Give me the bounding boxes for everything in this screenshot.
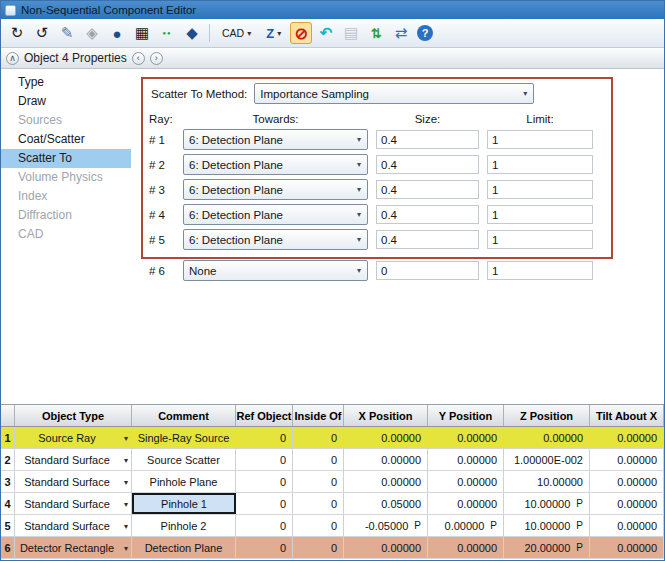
- ref-object-cell[interactable]: 0: [236, 493, 293, 514]
- grid-icon[interactable]: ▦: [131, 22, 153, 44]
- ref-object-cell[interactable]: 0: [236, 449, 293, 470]
- z-position-cell[interactable]: 10.00000P: [504, 515, 590, 536]
- tilt-about-x-cell[interactable]: 0.00000: [590, 537, 664, 558]
- comment-cell[interactable]: Source Scatter: [132, 449, 236, 470]
- limit-input-6[interactable]: [487, 261, 593, 280]
- towards-dropdown-5[interactable]: 6: Detection Plane▾: [183, 229, 368, 250]
- sidebar: TypeDrawSourcesCoat/ScatterScatter ToVol…: [1, 69, 131, 404]
- green-dots-icon[interactable]: ●●: [156, 22, 178, 44]
- sidebar-item-volume-physics[interactable]: Volume Physics: [1, 168, 131, 187]
- sidebar-item-index[interactable]: Index: [1, 187, 131, 206]
- towards-dropdown-4[interactable]: 6: Detection Plane▾: [183, 204, 368, 225]
- object-type-dropdown[interactable]: Standard Surface▾: [15, 493, 132, 514]
- swap-arrows-icon[interactable]: ⇄: [390, 22, 412, 44]
- sidebar-item-sources[interactable]: Sources: [1, 111, 131, 130]
- y-position-cell[interactable]: 0.00000: [428, 427, 504, 448]
- limit-input-3[interactable]: [487, 180, 593, 199]
- tilt-about-x-cell[interactable]: 0.00000: [590, 449, 664, 470]
- comment-cell[interactable]: Single-Ray Source: [132, 427, 236, 448]
- titlebar[interactable]: Non-Sequential Component Editor: [1, 1, 664, 19]
- ref-object-cell[interactable]: 0: [236, 471, 293, 492]
- next-object-button[interactable]: ›: [150, 52, 163, 65]
- size-input-5[interactable]: [376, 230, 479, 249]
- towards-dropdown-6[interactable]: None▾: [183, 260, 368, 281]
- comment-cell[interactable]: Detection Plane: [132, 537, 236, 558]
- cad-dropdown[interactable]: CAD ▾: [216, 22, 257, 44]
- tilt-about-x-cell[interactable]: 0.00000: [590, 427, 664, 448]
- help-icon[interactable]: ?: [417, 25, 433, 41]
- limit-input-4[interactable]: [487, 205, 593, 224]
- sphere-icon[interactable]: ●: [106, 22, 128, 44]
- y-position-cell[interactable]: 0.00000P: [428, 515, 504, 536]
- object-type-dropdown[interactable]: Source Ray▾: [15, 427, 132, 448]
- cell-value: 0.00000: [457, 542, 497, 554]
- inside-of-cell[interactable]: 0: [293, 471, 344, 492]
- size-input-6[interactable]: [376, 261, 479, 280]
- y-position-cell[interactable]: 0.00000: [428, 471, 504, 492]
- size-input-1[interactable]: [376, 130, 479, 149]
- size-input-2[interactable]: [376, 155, 479, 174]
- edit-pencil-icon[interactable]: ✎: [56, 22, 78, 44]
- object-type-dropdown[interactable]: Detector Rectangle▾: [15, 537, 132, 558]
- z-dropdown[interactable]: Z ▾: [260, 22, 287, 44]
- ref-object-cell[interactable]: 0: [236, 515, 293, 536]
- x-position-cell[interactable]: -0.05000P: [344, 515, 428, 536]
- object-type-dropdown[interactable]: Standard Surface▾: [15, 515, 132, 536]
- z-position-cell[interactable]: 10.00000P: [504, 493, 590, 514]
- rotate-cw-icon[interactable]: ↻: [6, 22, 28, 44]
- sidebar-item-type[interactable]: Type: [1, 73, 131, 92]
- tilt-about-x-cell[interactable]: 0.00000: [590, 471, 664, 492]
- tilt-about-x-cell[interactable]: 0.00000: [590, 515, 664, 536]
- cell-value: 0.00000: [543, 432, 583, 444]
- inside-of-cell[interactable]: 0: [293, 427, 344, 448]
- inside-of-cell[interactable]: 0: [293, 537, 344, 558]
- x-position-cell[interactable]: 0.00000: [344, 427, 428, 448]
- x-position-cell[interactable]: 0.05000: [344, 493, 428, 514]
- y-position-cell[interactable]: 0.00000: [428, 493, 504, 514]
- object-type-dropdown[interactable]: Standard Surface▾: [15, 471, 132, 492]
- tilt-about-x-cell[interactable]: 0.00000: [590, 493, 664, 514]
- sidebar-item-coat-scatter[interactable]: Coat/Scatter: [1, 130, 131, 149]
- towards-dropdown-2[interactable]: 6: Detection Plane▾: [183, 154, 368, 175]
- object-type-dropdown[interactable]: Standard Surface▾: [15, 449, 132, 470]
- sidebar-item-diffraction[interactable]: Diffraction: [1, 206, 131, 225]
- inside-of-cell[interactable]: 0: [293, 493, 344, 514]
- limit-input-5[interactable]: [487, 230, 593, 249]
- ref-object-cell[interactable]: 0: [236, 427, 293, 448]
- x-position-cell[interactable]: 0.00000: [344, 449, 428, 470]
- rotate-ccw-icon[interactable]: ↺: [31, 22, 53, 44]
- undo-arrow-icon[interactable]: ↶: [315, 22, 337, 44]
- z-position-cell[interactable]: 20.00000P: [504, 537, 590, 558]
- inside-of-cell[interactable]: 0: [293, 515, 344, 536]
- towards-dropdown-3[interactable]: 6: Detection Plane▾: [183, 179, 368, 200]
- x-position-cell[interactable]: 0.00000: [344, 537, 428, 558]
- limit-input-1[interactable]: [487, 130, 593, 149]
- ref-object-cell[interactable]: 0: [236, 537, 293, 558]
- inside-of-cell[interactable]: 0: [293, 449, 344, 470]
- collapse-chevron-icon[interactable]: ∧: [6, 52, 19, 65]
- towards-dropdown-1[interactable]: 6: Detection Plane▾: [183, 129, 368, 150]
- comment-cell[interactable]: Pinhole Plane: [132, 471, 236, 492]
- layers-icon[interactable]: ▤: [340, 22, 362, 44]
- x-position-cell[interactable]: 0.00000: [344, 471, 428, 492]
- scatter-method-dropdown[interactable]: Importance Sampling ▾: [254, 83, 534, 104]
- sidebar-item-draw[interactable]: Draw: [1, 92, 131, 111]
- limit-input-2[interactable]: [487, 155, 593, 174]
- sync-icon[interactable]: ⇅: [365, 22, 387, 44]
- z-position-cell[interactable]: 0.00000: [504, 427, 590, 448]
- comment-cell[interactable]: Pinhole 2: [132, 515, 236, 536]
- scatter-tool-icon[interactable]: ⊘: [290, 22, 312, 44]
- sidebar-item-scatter-to[interactable]: Scatter To: [1, 149, 131, 168]
- size-input-4[interactable]: [376, 205, 479, 224]
- prev-object-button[interactable]: ‹: [132, 52, 145, 65]
- comment-cell[interactable]: Pinhole 1: [132, 493, 236, 514]
- y-position-cell[interactable]: 0.00000: [428, 537, 504, 558]
- z-position-cell[interactable]: 1.00000E-002: [504, 449, 590, 470]
- y-position-cell[interactable]: 0.00000: [428, 449, 504, 470]
- sidebar-item-cad[interactable]: CAD: [1, 225, 131, 244]
- component-editor-window: Non-Sequential Component Editor ↻ ↺ ✎ ◈ …: [0, 0, 665, 561]
- z-position-cell[interactable]: 10.00000: [504, 471, 590, 492]
- picker-icon[interactable]: ◈: [81, 22, 103, 44]
- size-input-3[interactable]: [376, 180, 479, 199]
- polygon-icon[interactable]: ◆: [181, 22, 203, 44]
